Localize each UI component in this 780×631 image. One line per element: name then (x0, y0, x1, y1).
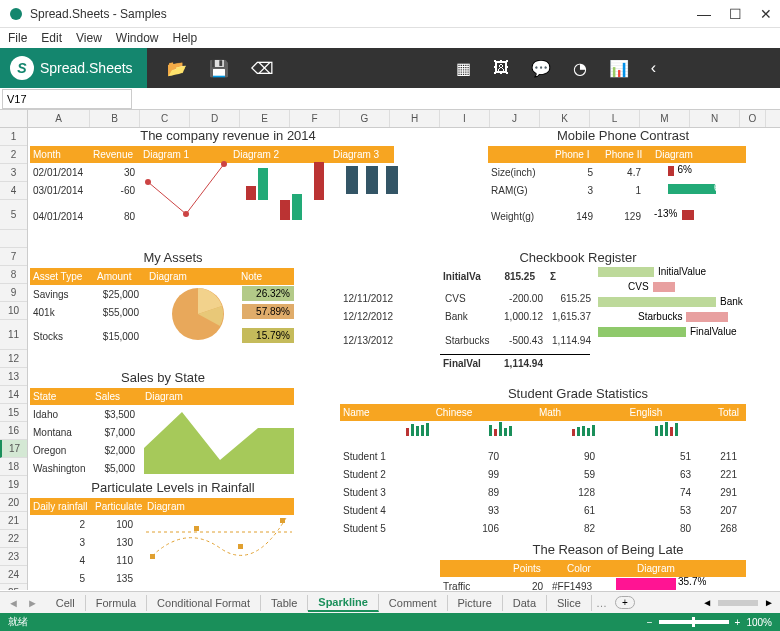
phone-title: Mobile Phone Contrast (508, 128, 738, 143)
status-text: 就绪 (8, 615, 28, 629)
name-box[interactable]: V17 (2, 89, 132, 109)
zoom-out-button[interactable]: − (647, 617, 653, 628)
menu-edit[interactable]: Edit (41, 31, 62, 45)
tab-comment[interactable]: Comment (379, 595, 448, 611)
app-icon (8, 6, 24, 22)
svg-rect-17 (238, 544, 243, 549)
svg-point-1 (145, 179, 151, 185)
close-button[interactable]: ✕ (760, 6, 772, 22)
svg-rect-7 (292, 194, 302, 220)
svg-point-3 (221, 161, 227, 167)
phone-header: Phone IPhone IIDiagram (488, 146, 746, 163)
hscroll-right-icon[interactable]: ► (764, 597, 774, 608)
tab-sparkline[interactable]: Sparkline (308, 594, 379, 612)
table-icon[interactable]: ▦ (456, 59, 471, 78)
svg-rect-10 (366, 166, 378, 194)
assets-title: My Assets (88, 250, 258, 265)
brand-logo-icon: S (10, 56, 34, 80)
sales-title: Sales by State (78, 370, 248, 385)
grades-sparks (406, 422, 678, 436)
comment-icon[interactable]: 💬 (531, 59, 551, 78)
rainfall-header: Daily rainfallParticulateDiagram (30, 498, 294, 515)
svg-rect-16 (194, 526, 199, 531)
svg-rect-9 (346, 166, 358, 194)
maximize-button[interactable]: ☐ (729, 6, 742, 22)
svg-marker-13 (144, 412, 294, 474)
statusbar: 就绪 − + 100% (0, 613, 780, 631)
tab-data[interactable]: Data (503, 595, 547, 611)
phone-bar-3: -13% (654, 208, 740, 222)
sales-header: StateSalesDiagram (30, 388, 294, 405)
save-icon[interactable]: 💾 (209, 59, 229, 78)
phone-bar-1: 6% (668, 164, 740, 178)
checkbook-title: Checkbook Register (448, 250, 708, 265)
revenue-winloss-spark (344, 158, 404, 222)
late-header: PointsColorDiagram (440, 560, 746, 577)
formula-bar-row: V17 (0, 88, 780, 110)
open-icon[interactable]: 📂 (167, 59, 187, 78)
svg-rect-18 (280, 518, 285, 523)
tab-formula[interactable]: Formula (86, 595, 147, 611)
cb-legend: InitialValue CVS Bank Starbucks FinalVal… (598, 266, 743, 337)
svg-rect-5 (258, 168, 268, 200)
tab-table[interactable]: Table (261, 595, 308, 611)
tab-cell[interactable]: Cell (46, 595, 86, 611)
menubar: File Edit View Window Help (0, 28, 780, 48)
menu-window[interactable]: Window (116, 31, 159, 45)
rainfall-scatter (146, 514, 292, 576)
grades-title: Student Grade Statistics (438, 386, 718, 401)
late-bar (616, 578, 676, 590)
revenue-title: The company revenue in 2014 (88, 128, 368, 143)
grades-header: NameChineseMathEnglishTotal (340, 404, 746, 421)
zoom-in-button[interactable]: + (735, 617, 741, 628)
assets-note-1: 26.32% (242, 286, 294, 301)
assets-note-3: 15.79% (242, 328, 294, 343)
revenue-column-spark (242, 158, 332, 222)
eraser-icon[interactable]: ⌫ (251, 59, 274, 78)
svg-rect-6 (280, 200, 290, 220)
toolbar: S Spread.Sheets 📂 💾 ⌫ ▦ 🖼 💬 ◔ 📊 ‹ (0, 48, 780, 88)
tab-prev-icon[interactable]: ◄ (8, 597, 19, 609)
assets-note-2: 57.89% (242, 304, 294, 319)
svg-rect-11 (386, 166, 398, 194)
row-headers: 12345 78910111213 141516171819 202122232… (0, 128, 28, 590)
assets-pie (162, 284, 234, 344)
cells-canvas[interactable]: The company revenue in 2014 Month Revenu… (28, 128, 780, 590)
revenue-line-spark (142, 158, 230, 222)
rainfall-title: Particulate Levels in Rainfall (58, 480, 288, 495)
image-icon[interactable]: 🖼 (493, 59, 509, 78)
sheet-area[interactable]: A B C D E F G H I J K L M N O 12345 7891… (0, 110, 780, 590)
tab-picture[interactable]: Picture (448, 595, 503, 611)
zoom-slider[interactable] (659, 620, 729, 624)
column-headers: A B C D E F G H I J K L M N O (0, 110, 780, 128)
add-sheet-button[interactable]: + (615, 596, 635, 609)
svg-point-2 (183, 211, 189, 217)
menu-file[interactable]: File (8, 31, 27, 45)
svg-rect-15 (150, 554, 155, 559)
titlebar: Spread.Sheets - Samples — ☐ ✕ (0, 0, 780, 28)
tab-next-icon[interactable]: ► (27, 597, 38, 609)
menu-help[interactable]: Help (173, 31, 198, 45)
assets-header: Asset TypeAmountDiagramNote (30, 268, 294, 285)
tab-condformat[interactable]: Conditional Format (147, 595, 261, 611)
zoom-value: 100% (746, 617, 772, 628)
sheet-tabs: ◄► Cell Formula Conditional Format Table… (0, 591, 780, 613)
brand: S Spread.Sheets (0, 48, 147, 88)
late-pct: 35.7% (678, 576, 706, 587)
svg-rect-8 (314, 162, 324, 200)
bar-chart-icon[interactable]: 📊 (609, 59, 629, 78)
sales-area-spark (144, 404, 294, 474)
tab-slice[interactable]: Slice (547, 595, 592, 611)
menu-view[interactable]: View (76, 31, 102, 45)
minimize-button[interactable]: — (697, 6, 711, 22)
late-title: The Reason of Being Late (488, 542, 728, 557)
pie-chart-icon[interactable]: ◔ (573, 59, 587, 78)
brand-label: Spread.Sheets (40, 60, 133, 76)
svg-rect-4 (246, 186, 256, 200)
phone-bar-2: 67% (668, 182, 740, 196)
window-title: Spread.Sheets - Samples (30, 7, 167, 21)
hscroll-left-icon[interactable]: ◄ (702, 597, 712, 608)
svg-point-0 (10, 8, 22, 20)
collapse-icon[interactable]: ‹ (651, 59, 656, 78)
